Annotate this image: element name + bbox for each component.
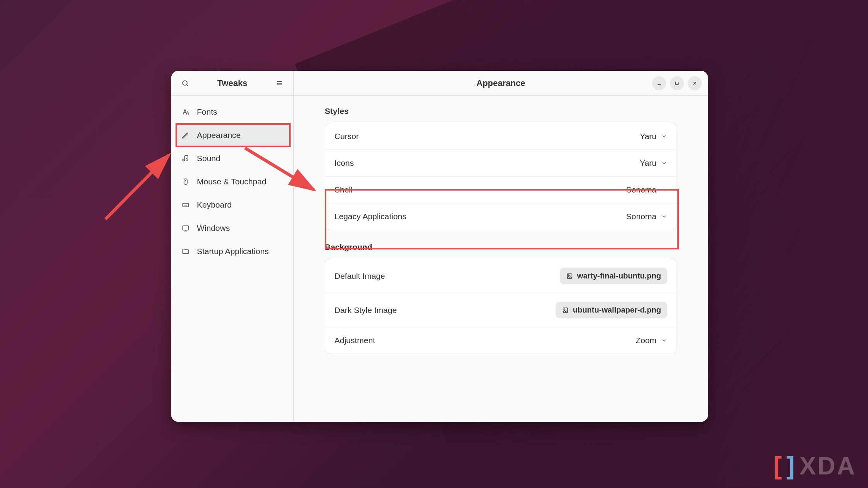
folder-icon: [181, 247, 190, 256]
row-value: Zoom: [636, 336, 667, 345]
sidebar-item-label: Mouse & Touchpad: [197, 177, 266, 186]
row-value: Yaru: [640, 132, 667, 141]
sidebar-list: Fonts Appearance Sound Mouse & Touchpad …: [171, 96, 293, 268]
background-card: Default Image warty-final-ubuntu.png Dar…: [325, 259, 677, 354]
row-value: Yaru: [640, 158, 667, 168]
row-label: Default Image: [334, 271, 385, 281]
watermark-text: XDA: [799, 452, 856, 480]
menu-button[interactable]: [272, 76, 286, 90]
section-title-background: Background: [325, 242, 677, 252]
svg-rect-7: [183, 203, 189, 207]
svg-rect-12: [183, 226, 189, 230]
minimize-icon: [656, 81, 662, 86]
sidebar-item-mouse-touchpad[interactable]: Mouse & Touchpad: [175, 171, 289, 192]
sound-icon: [181, 154, 190, 163]
value-text: Sonoma: [626, 212, 656, 221]
file-picker-default-image[interactable]: warty-final-ubuntu.png: [560, 268, 667, 284]
maximize-icon: [675, 81, 679, 86]
sidebar-header: Tweaks: [171, 71, 293, 96]
value-text: Yaru: [640, 158, 656, 168]
hamburger-icon: [276, 79, 283, 87]
svg-line-1: [187, 84, 188, 86]
sidebar-item-label: Fonts: [197, 107, 217, 117]
mouse-icon: [181, 177, 190, 186]
svg-point-22: [564, 309, 565, 310]
svg-point-0: [183, 81, 187, 85]
main-panel: Appearance Styles Cursor Yaru Icons: [294, 71, 708, 422]
value-text: Zoom: [636, 336, 656, 345]
svg-rect-19: [567, 274, 572, 278]
chevron-down-icon: [661, 160, 667, 166]
styles-card: Cursor Yaru Icons Yaru Shell: [325, 123, 677, 230]
sidebar-item-startup-applications[interactable]: Startup Applications: [175, 241, 289, 262]
svg-rect-5: [184, 179, 187, 185]
bracket-left-icon: [: [773, 452, 783, 480]
search-button[interactable]: [178, 76, 192, 90]
sidebar-item-fonts[interactable]: Fonts: [175, 101, 289, 123]
windows-icon: [181, 224, 190, 232]
sidebar-item-windows[interactable]: Windows: [175, 217, 289, 239]
tweaks-window: Tweaks Fonts Appearance Sound Mouse & To…: [171, 71, 708, 422]
row-label: Dark Style Image: [334, 306, 397, 315]
appearance-icon: [181, 131, 190, 139]
content-area: Styles Cursor Yaru Icons Yaru: [294, 96, 708, 354]
fonts-icon: [181, 108, 190, 116]
image-icon: [566, 273, 573, 280]
annotation-arrow-left: [101, 124, 178, 225]
row-label: Shell: [334, 185, 353, 194]
sidebar-item-keyboard[interactable]: Keyboard: [175, 194, 289, 216]
search-icon: [181, 79, 189, 87]
chevron-down-icon: [661, 133, 667, 139]
row-legacy-applications[interactable]: Legacy Applications Sonoma: [325, 203, 677, 230]
row-value: Sonoma: [626, 185, 667, 194]
row-value: Sonoma: [626, 212, 667, 221]
image-icon: [562, 307, 569, 314]
sidebar-item-label: Sound: [197, 154, 220, 163]
row-shell[interactable]: Shell Sonoma: [325, 176, 677, 203]
row-label: Icons: [334, 158, 354, 168]
row-default-image: Default Image warty-final-ubuntu.png: [325, 259, 677, 293]
close-icon: [692, 81, 698, 86]
sidebar: Tweaks Fonts Appearance Sound Mouse & To…: [171, 71, 294, 422]
value-text: Yaru: [640, 132, 656, 141]
svg-point-20: [568, 275, 570, 276]
chevron-down-icon: [661, 337, 667, 344]
maximize-button[interactable]: [670, 76, 684, 90]
sidebar-item-label: Windows: [197, 223, 230, 233]
sidebar-item-label: Startup Applications: [197, 247, 269, 256]
window-controls: [652, 76, 702, 90]
svg-rect-21: [563, 308, 568, 313]
row-adjustment[interactable]: Adjustment Zoom: [325, 327, 677, 354]
file-name: warty-final-ubuntu.png: [577, 271, 661, 280]
chevron-down-icon: [661, 187, 667, 193]
chevron-down-icon: [661, 213, 667, 220]
file-picker-dark-style-image[interactable]: ubuntu-wallpaper-d.png: [556, 302, 667, 318]
app-title: Tweaks: [217, 78, 248, 88]
section-title-styles: Styles: [325, 107, 677, 116]
row-label: Adjustment: [334, 336, 375, 345]
page-title: Appearance: [477, 78, 525, 88]
svg-line-23: [105, 155, 169, 219]
sidebar-item-label: Appearance: [197, 131, 241, 140]
sidebar-item-appearance[interactable]: Appearance: [175, 124, 289, 146]
watermark-xda: []XDA: [773, 452, 856, 480]
sidebar-item-label: Keyboard: [197, 200, 232, 210]
sidebar-item-sound[interactable]: Sound: [175, 148, 289, 169]
keyboard-icon: [181, 201, 190, 209]
minimize-button[interactable]: [652, 76, 666, 90]
row-label: Cursor: [334, 132, 359, 141]
value-text: Sonoma: [626, 185, 656, 194]
row-icons[interactable]: Icons Yaru: [325, 149, 677, 176]
close-button[interactable]: [688, 76, 702, 90]
bracket-right-icon: ]: [787, 452, 796, 480]
row-dark-style-image: Dark Style Image ubuntu-wallpaper-d.png: [325, 293, 677, 327]
row-label: Legacy Applications: [334, 212, 406, 221]
main-header: Appearance: [294, 71, 708, 96]
row-cursor[interactable]: Cursor Yaru: [325, 123, 677, 149]
svg-rect-16: [676, 82, 679, 85]
file-name: ubuntu-wallpaper-d.png: [573, 306, 661, 314]
